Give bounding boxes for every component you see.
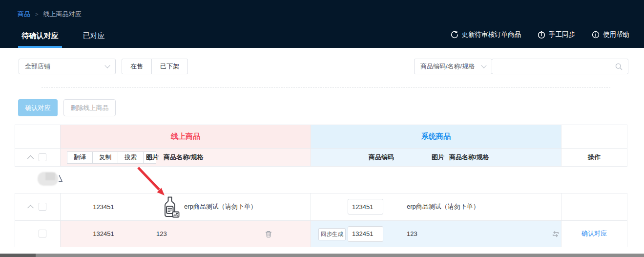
shop-select-value: 全部店铺 xyxy=(25,62,50,71)
row1-select-cell xyxy=(15,193,60,220)
manual-sync-label: 手工同步 xyxy=(549,30,575,39)
row2-system-cell: 同步生成 123 xyxy=(311,220,561,247)
online-group-label: 线上商品 xyxy=(171,132,200,141)
search-type-select[interactable]: 商品编码/名称/规格 xyxy=(414,59,492,74)
row2-online-name: 123 xyxy=(156,221,167,247)
refresh-icon xyxy=(451,31,458,39)
update-pending-orders-label: 更新待审核订单商品 xyxy=(462,30,521,39)
help-label: 使用帮助 xyxy=(603,30,629,39)
tab-matched[interactable]: 已对应 xyxy=(82,28,106,48)
row2-online-code: 132451 xyxy=(61,221,146,247)
system-product-group-header: 系统商品 xyxy=(311,125,561,148)
row1-online-code: 123451 xyxy=(61,193,146,220)
system-column-labels: 图片 商品名称/规格 xyxy=(432,153,489,162)
breadcrumb-current: 线上商品对应 xyxy=(43,10,81,19)
row2-checkbox[interactable] xyxy=(39,230,46,237)
row1-checkbox[interactable] xyxy=(39,203,46,211)
chevron-down-icon xyxy=(104,63,110,68)
redacted-store-name xyxy=(38,172,58,186)
tab-bar: 待确认对应 已对应 xyxy=(18,28,106,48)
shop-select[interactable]: 全部店铺 xyxy=(19,59,116,74)
row1-online-name: erp商品测试（请勿下单） xyxy=(184,193,257,220)
horizontal-scrollbar[interactable] xyxy=(0,254,644,257)
on-sale-button[interactable]: 在售 xyxy=(122,59,152,74)
search-icon[interactable] xyxy=(615,63,623,71)
system-group-label: 系统商品 xyxy=(421,132,451,141)
search-input[interactable] xyxy=(492,59,615,74)
online-image-column-label: 图片 xyxy=(146,153,159,162)
header-spacer-cell xyxy=(15,125,60,148)
ops-column-header: 操作 xyxy=(561,148,627,166)
sync-upload-icon xyxy=(538,31,545,39)
online-subheader-cell: 翻译 复制 搜索 图片 商品名称/规格 xyxy=(60,148,311,166)
copy-button[interactable]: 复制 xyxy=(92,151,118,164)
swap-arrows-icon[interactable] xyxy=(552,230,560,238)
online-name-spec-column-label: 商品名称/规格 xyxy=(164,153,204,162)
row2-confirm-match-link[interactable]: 确认对应 xyxy=(561,221,627,247)
row1-system-code-input[interactable] xyxy=(348,199,383,214)
row2-system-code-input[interactable] xyxy=(348,226,383,242)
store-row xyxy=(15,167,627,193)
tab-matched-label: 已对应 xyxy=(83,31,105,40)
chevron-down-icon xyxy=(481,63,486,68)
row1-system-cell: erp商品测试（请勿下单） xyxy=(311,193,561,220)
off-shelf-button[interactable]: 已下架 xyxy=(151,59,188,74)
manual-sync-button[interactable]: 手工同步 xyxy=(538,30,575,39)
online-column-labels: 图片 商品名称/规格 xyxy=(146,153,204,162)
trash-icon[interactable] xyxy=(265,230,272,238)
delete-online-product-button[interactable]: 删除线上商品 xyxy=(63,99,116,116)
ops-group-spacer-cell xyxy=(561,125,627,148)
system-image-column-label: 图片 xyxy=(432,153,444,162)
collapse-all-caret-icon[interactable] xyxy=(27,155,34,162)
app-header: 商品 > 线上商品对应 待确认对应 已对应 更新待审核订单商品 xyxy=(0,0,644,48)
row2-select-cell xyxy=(15,220,60,247)
product-bottle-image-icon xyxy=(160,196,180,218)
system-name-spec-column-label: 商品名称/规格 xyxy=(449,153,489,162)
dashed-divider xyxy=(42,87,610,87)
update-pending-orders-button[interactable]: 更新待审核订单商品 xyxy=(451,30,521,39)
help-button[interactable]: 使用帮助 xyxy=(592,30,629,39)
breadcrumb-separator-icon: > xyxy=(35,11,38,17)
sale-status-button-group: 在售 已下架 xyxy=(122,59,188,74)
breadcrumb: 商品 > 线上商品对应 xyxy=(18,10,81,19)
info-icon xyxy=(592,31,600,39)
search-tool-button[interactable]: 搜索 xyxy=(118,151,144,164)
table-header: 线上商品 系统商品 翻译 复制 搜索 图片 商品名称/规格 xyxy=(15,125,627,167)
row1-ops-cell xyxy=(561,193,627,220)
horizontal-scrollbar-thumb[interactable] xyxy=(0,254,36,257)
online-product-group-header: 线上商品 xyxy=(60,125,311,148)
translate-button[interactable]: 翻译 xyxy=(67,151,93,164)
row2-ops-cell: 确认对应 xyxy=(561,220,627,247)
select-all-checkbox[interactable] xyxy=(39,153,46,161)
row2-online-cell: 132451 123 xyxy=(60,220,311,247)
system-subheader-cell: 商品编码 图片 商品名称/规格 xyxy=(311,148,561,166)
search-field xyxy=(492,59,628,74)
confirm-match-button[interactable]: 确认对应 xyxy=(18,99,58,116)
select-all-cell xyxy=(15,148,60,166)
sync-generate-button[interactable]: 同步生成 xyxy=(318,228,346,240)
row1-online-cell: 123451 erp商品测试（请勿下单） xyxy=(60,193,311,220)
system-code-column-label: 商品编码 xyxy=(369,153,394,162)
header-actions: 更新待审核订单商品 手工同步 使用帮助 xyxy=(451,30,630,39)
row2-system-name: 123 xyxy=(407,221,417,247)
tab-pending-confirm-label: 待确认对应 xyxy=(22,31,59,40)
search-type-value: 商品编码/名称/规格 xyxy=(420,62,475,71)
tab-pending-confirm[interactable]: 待确认对应 xyxy=(18,28,62,48)
row1-collapse-caret-icon[interactable] xyxy=(27,205,34,211)
online-toolbar: 翻译 复制 搜索 xyxy=(67,151,156,164)
store-name-glyph xyxy=(58,174,63,183)
table-body: 123451 erp商品测试（请勿下单） erp商品测试（请勿下单） 13245… xyxy=(15,193,627,247)
breadcrumb-root[interactable]: 商品 xyxy=(18,10,30,19)
row1-system-name: erp商品测试（请勿下单） xyxy=(407,193,479,220)
